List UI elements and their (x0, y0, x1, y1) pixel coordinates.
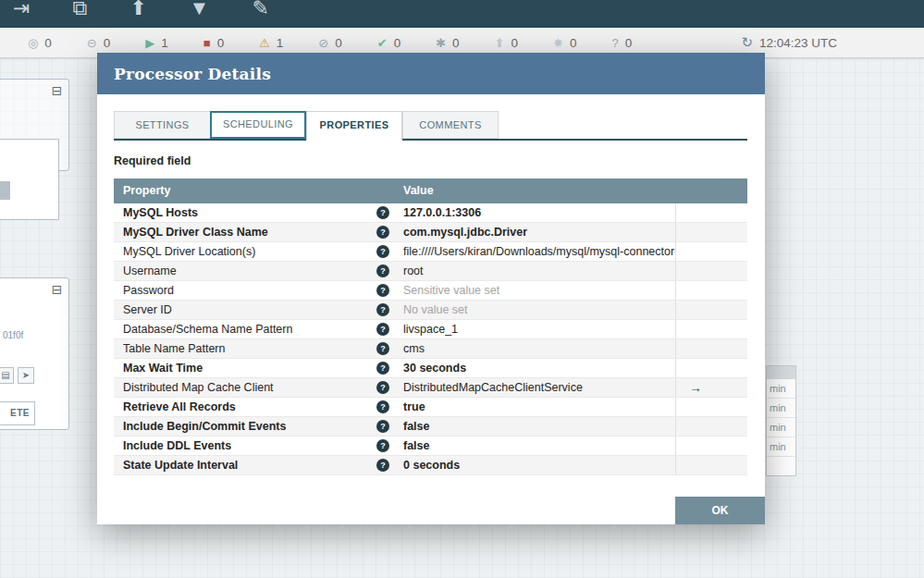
process-group-icon[interactable]: ⧉ (72, 0, 87, 20)
ok-button[interactable]: OK (675, 497, 765, 524)
stopped-count: 0 (217, 36, 225, 50)
funnel-icon[interactable]: ▼ (190, 0, 210, 20)
help-icon[interactable]: ? (376, 420, 389, 433)
panel-row-fragment: min (767, 399, 795, 418)
help-icon[interactable]: ? (376, 400, 389, 413)
property-value[interactable]: 127.0.0.1:3306 (398, 203, 675, 222)
property-cell: MySQL Driver Class Name? (114, 223, 398, 241)
property-value[interactable]: No value set (398, 301, 675, 319)
property-row: Database/Schema Name Pattern?livspace_1 (114, 320, 747, 339)
property-cell: Username? (114, 262, 398, 280)
property-column-header: Property (114, 178, 398, 203)
mini-button[interactable]: ▤ (0, 367, 14, 384)
status-disabled: ⊘0 (318, 36, 341, 50)
input-port-icon[interactable]: ⇥ (13, 0, 30, 20)
tab-properties[interactable]: PROPERTIES (306, 111, 402, 141)
property-value[interactable]: false (398, 437, 675, 455)
status-stopped: ■0 (203, 36, 224, 50)
dialog-tabs: SETTINGSSCHEDULINGPROPERTIESCOMMENTS (114, 111, 747, 141)
label-icon[interactable]: ✎ (252, 0, 268, 20)
property-value[interactable]: com.mysql.jdbc.Driver (398, 223, 675, 241)
help-icon[interactable]: ? (376, 323, 389, 336)
row-actions-cell (675, 301, 747, 319)
invalid-count: 1 (277, 36, 284, 50)
property-name: MySQL Driver Class Name (123, 223, 268, 241)
process-group-inner[interactable] (0, 139, 59, 220)
row-actions-cell (675, 242, 747, 261)
running-count: 1 (161, 36, 168, 50)
property-value[interactable]: Sensitive value set (398, 281, 675, 300)
property-name: Database/Schema Name Pattern (123, 320, 292, 338)
status-counters: ◎0⊝0▶1■0⚠1⊘0✔0✱0⬆0✸0?0 (28, 36, 632, 50)
remote-not-transmitting-count: 0 (104, 36, 111, 50)
nifi-app: ⇥⧉⬆▼✎ ◎0⊝0▶1■0⚠1⊘0✔0✱0⬆0✸0?0 ↻ 12:04:23 … (0, 0, 924, 578)
property-cell: Database/Schema Name Pattern? (114, 320, 398, 338)
row-actions-cell (675, 262, 747, 280)
template-icon[interactable]: ⬆ (129, 0, 146, 20)
help-icon[interactable]: ? (376, 264, 389, 277)
background-panel: minminminmin (766, 365, 796, 476)
tab-comments[interactable]: COMMENTS (402, 111, 499, 139)
refresh-icon[interactable]: ↻ (741, 34, 753, 51)
help-icon[interactable]: ? (376, 303, 389, 316)
property-cell: Include Begin/Commit Events? (114, 417, 398, 436)
panel-row-fragment: min (767, 437, 795, 457)
property-value[interactable]: file:////Users/kiran/Downloads/mysql/mys… (398, 242, 675, 261)
status-invalid: ⚠1 (259, 36, 283, 50)
property-value[interactable]: DistributedMapCacheClientService (398, 378, 675, 397)
sync-failure-count: 0 (625, 36, 633, 50)
property-cell: Max Wait Time? (114, 359, 398, 377)
tab-scheduling[interactable]: SCHEDULING (210, 111, 306, 139)
properties-table-header: Property Value (114, 178, 747, 203)
property-cell: Server ID? (114, 301, 398, 319)
group-id-fragment: 01f0f (3, 330, 23, 340)
mini-button[interactable]: ➤ (18, 367, 34, 384)
delete-button-fragment[interactable]: ETE (0, 401, 35, 425)
property-name: Distributed Map Cache Client (123, 378, 274, 397)
help-icon[interactable]: ? (376, 206, 389, 219)
refresh-control[interactable]: ↻ 12:04:23 UTC (741, 34, 837, 51)
help-icon[interactable]: ? (376, 362, 389, 375)
row-actions-cell (675, 339, 747, 358)
help-icon[interactable]: ? (376, 245, 389, 258)
row-actions-cell (675, 203, 747, 222)
collapse-group-icon[interactable]: ⊟ (50, 283, 64, 297)
collapse-group-icon[interactable]: ⊟ (50, 84, 64, 98)
property-value[interactable]: false (398, 417, 675, 436)
property-name: Password (123, 281, 174, 300)
help-icon[interactable]: ? (376, 342, 389, 355)
status-sync-failure: ?0 (611, 36, 632, 50)
help-icon[interactable]: ? (376, 459, 389, 472)
row-actions-cell (675, 417, 747, 436)
row-actions-cell: → (675, 378, 747, 397)
help-icon[interactable]: ? (376, 381, 389, 394)
help-icon[interactable]: ? (376, 439, 389, 452)
help-icon[interactable]: ? (376, 226, 389, 239)
property-value[interactable]: true (398, 398, 675, 416)
property-row: Distributed Map Cache Client?Distributed… (114, 378, 747, 398)
property-row: Server ID?No value set (114, 301, 747, 320)
row-actions-cell (675, 320, 747, 338)
tab-settings[interactable]: SETTINGS (114, 111, 210, 139)
last-refresh-time: 12:04:23 UTC (759, 36, 837, 50)
processor-details-dialog: Processor Details SETTINGSSCHEDULINGPROP… (97, 53, 765, 524)
property-name: Username (123, 262, 177, 280)
property-value[interactable]: 30 seconds (398, 359, 675, 377)
property-value[interactable]: livspace_1 (398, 320, 675, 338)
property-value[interactable]: 0 seconds (398, 456, 675, 474)
property-row: MySQL Driver Location(s)?file:////Users/… (114, 242, 747, 262)
property-cell: State Update Interval? (114, 456, 398, 474)
property-value[interactable]: cms (398, 339, 675, 358)
remote-transmitting-count: 0 (44, 36, 52, 50)
property-value[interactable]: root (398, 262, 675, 280)
property-row: Retrieve All Records?true (114, 398, 747, 417)
disabled-icon: ⊘ (318, 36, 328, 50)
property-cell: MySQL Driver Location(s)? (114, 242, 398, 261)
dialog-title: Processor Details (114, 65, 271, 83)
property-row: State Update Interval?0 seconds (114, 456, 747, 475)
help-icon[interactable]: ? (376, 284, 389, 297)
status-locally-modified-stale: ✸0 (553, 36, 576, 50)
property-row: Table Name Pattern?cms (114, 339, 747, 359)
property-row: MySQL Hosts?127.0.0.1:3306 (114, 203, 747, 223)
go-to-service-icon[interactable]: → (676, 380, 702, 395)
